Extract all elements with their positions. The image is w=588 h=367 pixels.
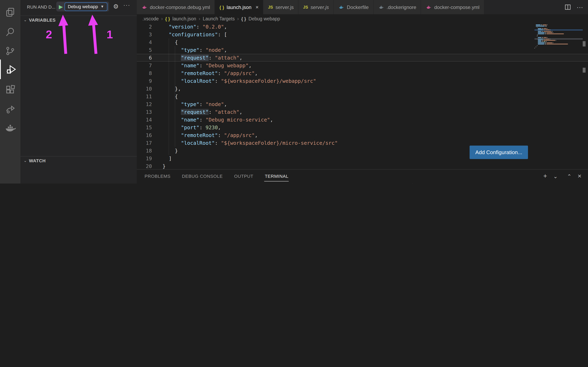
- panel-tab-bar: PROBLEMS DEBUG CONSOLE OUTPUT TERMINAL +…: [137, 170, 588, 183]
- sidebar-title: RUN AND D...: [27, 4, 55, 9]
- search-icon[interactable]: [0, 22, 20, 42]
- indent-guide: [169, 38, 169, 155]
- code-line: 3 "configurations": [: [137, 31, 588, 38]
- breadcrumb-separator: ›: [161, 16, 163, 21]
- tab-problems[interactable]: PROBLEMS: [144, 171, 171, 181]
- docker-icon: [338, 5, 345, 9]
- explorer-icon[interactable]: [0, 2, 20, 22]
- add-configuration-button[interactable]: Add Configuration...: [470, 146, 528, 159]
- docker-icon: [426, 5, 432, 9]
- line-number: 10: [137, 85, 152, 92]
- breadcrumb-separator: ›: [237, 16, 239, 21]
- line-number: 18: [137, 147, 152, 155]
- section-variables[interactable]: ⌄ VARIABLES: [20, 16, 137, 24]
- line-number: 15: [137, 124, 152, 131]
- overview-ruler-match: [583, 41, 586, 47]
- line-number: 11: [137, 92, 152, 100]
- tab-output[interactable]: OUTPUT: [234, 171, 254, 181]
- debug-settings-gear-icon[interactable]: ⚙: [113, 3, 119, 9]
- panel-actions: + ⌄ ⌃ ×: [543, 173, 588, 180]
- close-icon[interactable]: ×: [256, 4, 259, 10]
- terminal-list: > zsh Logs: test-blog-article_webapp_1 T…: [412, 183, 588, 184]
- start-debugging-icon[interactable]: ▶: [59, 3, 63, 9]
- line-number: 5: [137, 46, 152, 54]
- code-line: 12 "type": "node",: [137, 100, 588, 108]
- breadcrumb[interactable]: .vscode › { } launch.json › Launch Targe…: [137, 14, 588, 23]
- chevron-down-icon: ⌄: [24, 18, 27, 22]
- line-number: 4: [137, 38, 152, 46]
- docker-icon[interactable]: [0, 118, 20, 138]
- tab-launch-json[interactable]: { } launch.json ×: [215, 0, 264, 14]
- line-number: 7: [137, 62, 152, 69]
- line-number: 13: [137, 108, 152, 116]
- maximize-panel-icon[interactable]: ⌃: [567, 173, 572, 179]
- js-icon: JS: [268, 5, 273, 9]
- tab-strip: docker-compose.debug.yml { } launch.json…: [137, 0, 588, 14]
- line-number: 9: [137, 77, 152, 85]
- source-control-icon[interactable]: [0, 41, 20, 61]
- code-line: 2 "version": "0.2.0",: [137, 23, 588, 31]
- symbol-object-icon: { }: [241, 16, 246, 21]
- debug-configuration-dropdown[interactable]: Debug webapp ▼: [65, 2, 107, 11]
- code-line: 14 "name": "Debug micro-service",: [137, 116, 588, 124]
- code-line: 7 "name": "Debug webapp",: [137, 62, 588, 69]
- split-editor-icon[interactable]: [565, 4, 571, 10]
- overview-ruler-match: [583, 68, 586, 73]
- code-line: 8 "remoteRoot": "/app/src",: [137, 69, 588, 77]
- more-actions-icon[interactable]: ···: [123, 2, 130, 8]
- line-number: 16: [137, 131, 152, 139]
- line-number: 17: [137, 139, 152, 147]
- code-line: 16 "remoteRoot": "/app/src",: [137, 131, 588, 139]
- code-line: 11 {: [137, 92, 588, 100]
- code-line: 5 "type": "node",: [137, 46, 588, 54]
- run-and-debug-icon[interactable]: [0, 59, 21, 79]
- editor-group: docker-compose.debug.yml { } launch.json…: [137, 0, 588, 169]
- section-watch[interactable]: ⌄ WATCH: [20, 156, 137, 164]
- code-line: 15 "port": 9230,: [137, 124, 588, 131]
- js-icon: JS: [303, 5, 308, 9]
- new-terminal-icon[interactable]: +: [543, 173, 547, 180]
- docker-icon: [141, 5, 147, 9]
- code-line: 10 },: [137, 85, 588, 92]
- tab-debug-console[interactable]: DEBUG CONSOLE: [182, 171, 223, 181]
- line-number: 12: [137, 100, 152, 108]
- bottom-panel: PROBLEMS DEBUG CONSOLE OUTPUT TERMINAL +…: [137, 169, 588, 184]
- tab-server-js[interactable]: JS server.js: [264, 0, 299, 14]
- extensions-icon[interactable]: [0, 80, 20, 100]
- chevron-down-icon: ▼: [100, 4, 104, 8]
- chevron-down-icon: ⌄: [24, 158, 27, 162]
- close-panel-icon[interactable]: ×: [578, 173, 581, 180]
- code-line: 6 "request": "attach",: [137, 54, 588, 62]
- debug-launch-controls: ▶ Debug webapp ▼: [56, 2, 109, 11]
- more-actions-icon[interactable]: ···: [577, 3, 583, 11]
- tab-dockerignore[interactable]: .dockerignore: [374, 0, 421, 14]
- activity-bar: ⚙ 1: [0, 0, 20, 184]
- editor-actions: ···: [565, 0, 588, 14]
- code-line: 4 {: [137, 38, 588, 46]
- line-number: 3: [137, 31, 152, 38]
- line-number: 6: [137, 54, 152, 61]
- code-line: 13 "request": "attach",: [137, 108, 588, 116]
- tab-docker-compose-debug-yml[interactable]: docker-compose.debug.yml: [137, 0, 215, 14]
- line-number: 2: [137, 23, 152, 31]
- json-icon: { }: [165, 16, 170, 21]
- breadcrumb-separator: ›: [199, 16, 200, 21]
- indent-guide: [175, 46, 175, 147]
- tab-server-js-preview[interactable]: JS server.js: [299, 0, 334, 14]
- tab-dockerfile[interactable]: Dockerfile: [334, 0, 374, 14]
- code-line: 20}: [137, 162, 588, 170]
- terminal-dropdown-icon[interactable]: ⌄: [553, 173, 558, 179]
- line-number: 19: [137, 155, 152, 162]
- minimap-line: [535, 48, 583, 49]
- run-and-debug-sidebar: RUN AND D... ▶ Debug webapp ▼ ⚙ ··· ⌄ VA…: [20, 0, 137, 184]
- minimap[interactable]: [535, 24, 583, 110]
- json-icon: { }: [219, 5, 224, 9]
- code-line: 9 "localRoot": "${workspaceFolder}/webap…: [137, 77, 588, 85]
- line-number: 8: [137, 69, 152, 77]
- tab-terminal[interactable]: TERMINAL: [264, 171, 289, 181]
- line-number: 14: [137, 116, 152, 124]
- tab-docker-compose-yml[interactable]: docker-compose.yml: [421, 0, 484, 14]
- docker-icon: [378, 5, 384, 9]
- live-share-icon[interactable]: [0, 99, 20, 119]
- line-number: 20: [137, 162, 152, 170]
